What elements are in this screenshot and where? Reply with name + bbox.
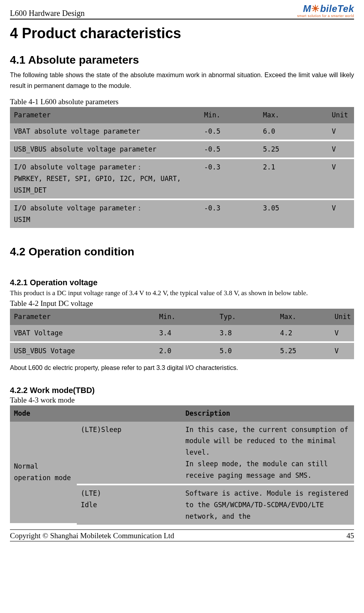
table-row: USB_VBUS absolute voltage parameter -0.5… [10, 141, 354, 159]
col-typ: Typ. [216, 309, 276, 325]
globe-icon: ☀ [311, 3, 320, 14]
col-description: Description [181, 405, 354, 422]
col-mode: Mode [10, 405, 181, 422]
paragraph-4-1-intro: The following table shows the state of t… [10, 70, 354, 91]
col-min: Min. [200, 107, 259, 123]
heading-4-2-2: 4.2.2 Work mode(TBD) [10, 386, 354, 395]
table-4-2: Parameter Min. Typ. Max. Unit VBAT Volta… [10, 309, 354, 361]
table-4-3-caption: Table 4-3 work mode [10, 396, 354, 405]
paragraph-4-2-1-outro: About L600 dc electric property, please … [10, 362, 354, 373]
heading-4-1: 4.1 Absolute parameters [10, 54, 354, 66]
col-min: Min. [155, 309, 216, 325]
table-4-1-caption: Table 4-1 L600 absolute parameters [10, 97, 354, 106]
logo-tagline: smart solution for a smarter world [297, 14, 354, 18]
table-row: I/O absolute voltage parameter： USIM -0.… [10, 200, 354, 230]
heading-4-2: 4.2 Operation condition [10, 245, 354, 258]
logo-text: M☀bileTek [303, 4, 354, 14]
col-max: Max. [276, 309, 331, 325]
table-row: I/O absolute voltage parameter： PWRKEY, … [10, 159, 354, 200]
page-number: 45 [346, 531, 354, 540]
col-parameter: Parameter [10, 309, 155, 325]
col-max: Max. [259, 107, 328, 123]
table-row: USB_VBUS Votage 2.0 5.0 5.25 V [10, 343, 354, 361]
col-unit: Unit [328, 107, 354, 123]
page-footer: Copyright © Shanghai Mobiletek Communica… [10, 529, 354, 541]
table-header-row: Parameter Min. Typ. Max. Unit [10, 309, 354, 325]
table-4-2-caption: Table 4-2 Input DC voltage [10, 299, 354, 308]
page-header: L600 Hardware Design M☀bileTek smart sol… [10, 4, 354, 19]
table-row: Normal operation mode (LTE)Sleep In this… [10, 422, 354, 485]
document-title: L600 Hardware Design [10, 9, 85, 18]
heading-4: 4 Product characteristics [10, 25, 354, 42]
col-parameter: Parameter [10, 107, 200, 123]
copyright-text: Copyright © Shanghai Mobiletek Communica… [10, 531, 174, 540]
table-row: VBAT absolute voltage parameter -0.5 6.0… [10, 123, 354, 141]
brand-logo: M☀bileTek smart solution for a smarter w… [297, 4, 354, 18]
mode-group-label: Normal operation mode [10, 422, 77, 525]
table-4-3: Mode Description Normal operation mode (… [10, 405, 354, 525]
table-header-row: Mode Description [10, 405, 354, 422]
table-header-row: Parameter Min. Max. Unit [10, 107, 354, 123]
paragraph-4-2-1-intro: This product is a DC input voltage range… [10, 288, 354, 298]
heading-4-2-1: 4.2.1 Operation voltage [10, 278, 354, 287]
col-unit: Unit [331, 309, 354, 325]
table-4-1: Parameter Min. Max. Unit VBAT absolute v… [10, 107, 354, 229]
table-row: VBAT Voltage 3.4 3.8 4.2 V [10, 325, 354, 343]
